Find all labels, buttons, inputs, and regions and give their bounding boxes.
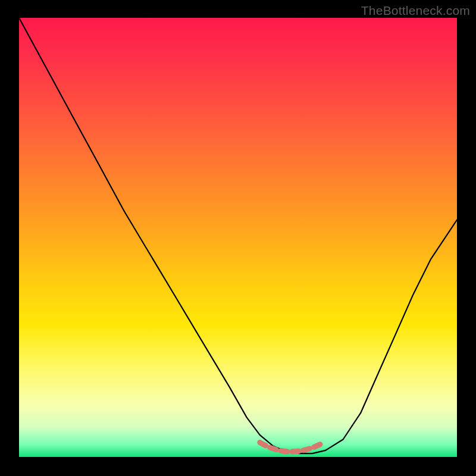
- optimal-zone-marker: [260, 443, 321, 452]
- watermark-text: TheBottleneck.com: [361, 4, 470, 18]
- curve-svg: [19, 18, 457, 457]
- plot-area: [19, 18, 457, 457]
- bottleneck-curve: [19, 18, 457, 453]
- chart-frame: TheBottleneck.com: [0, 0, 476, 476]
